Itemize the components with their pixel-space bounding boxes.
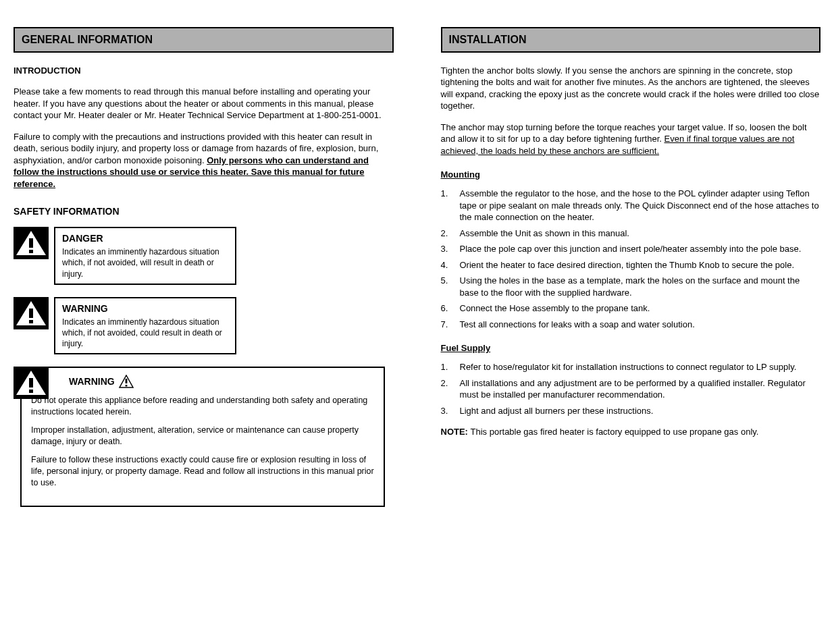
install-p1: Tighten the anchor bolts slowly. If you …: [441, 65, 821, 112]
alert-triangle-icon: [14, 297, 49, 329]
warning-large-p3: Failure to follow these instructions exa…: [31, 454, 374, 489]
item-number: 3.: [441, 243, 453, 255]
list-item: 4.Orient the heater to face desired dire…: [441, 259, 821, 271]
list-item: 1.Assemble the regulator to the hose, an…: [441, 188, 821, 223]
warning-small-row: WARNING Indicates an imminently hazardou…: [14, 297, 394, 354]
svg-rect-7: [29, 320, 33, 323]
svg-rect-13: [125, 379, 127, 383]
svg-rect-10: [29, 378, 33, 387]
note-label: NOTE:: [441, 427, 471, 437]
alert-triangle-icon: [14, 367, 49, 399]
item-text: Using the holes in the base as a templat…: [460, 275, 821, 298]
list-item: 6.Connect the Hose assembly to the propa…: [441, 302, 821, 315]
item-number: 6.: [441, 302, 453, 315]
item-text: Test all connections for leaks with a so…: [460, 319, 695, 331]
danger-box: DANGER Indicates an imminently hazardous…: [54, 227, 236, 284]
warning-large-box: WARNING Do not operate this appliance be…: [20, 367, 385, 507]
list-item: 7.Test all connections for leaks with a …: [441, 319, 821, 331]
warning-small-label: WARNING: [62, 302, 228, 315]
right-column: INSTALLATION Tighten the anchor bolts sl…: [441, 27, 821, 507]
install-p2: The anchor may stop turning before the t…: [441, 122, 821, 157]
list-item: 3.Place the pole cap over this junction …: [441, 243, 821, 255]
item-number: 3.: [441, 405, 453, 417]
warning-large-label-row: WARNING: [31, 375, 374, 388]
danger-row: DANGER Indicates an imminently hazardous…: [14, 227, 394, 284]
item-text: Connect the Hose assembly to the propane…: [460, 302, 650, 315]
item-text: Place the pole cap over this junction an…: [460, 243, 802, 255]
item-text: Light and adjust all burners per these i…: [460, 405, 654, 417]
svg-rect-6: [29, 308, 33, 318]
safety-info-heading: SAFETY INFORMATION: [14, 205, 394, 218]
general-info-header: GENERAL INFORMATION: [14, 27, 394, 53]
alert-triangle-icon: [119, 375, 134, 388]
list-item: 2.All installations and any adjustment a…: [441, 377, 821, 401]
fuel-supply-list: 1.Refer to hose/regulator kit for instal…: [441, 361, 821, 417]
item-number: 5.: [441, 275, 453, 298]
item-text: Assemble the regulator to the hose, and …: [460, 188, 821, 223]
alert-triangle-icon: [14, 227, 49, 259]
item-text: All installations and any adjustment are…: [460, 377, 821, 401]
danger-desc: Indicates an imminently hazardous situat…: [62, 246, 228, 279]
danger-label: DANGER: [62, 232, 228, 245]
svg-rect-11: [29, 390, 33, 393]
item-text: Assemble the Unit as shown in this manua…: [460, 227, 629, 240]
warning-large-p1: Do not operate this appliance before rea…: [31, 395, 374, 418]
list-item: 3.Light and adjust all burners per these…: [441, 405, 821, 417]
svg-rect-14: [125, 385, 127, 387]
item-text: Orient the heater to face desired direct…: [460, 259, 795, 271]
intro-paragraph-1: Please take a few moments to read throug…: [14, 86, 394, 122]
svg-rect-3: [29, 250, 33, 253]
warning-small-desc: Indicates an imminently hazardous situat…: [62, 317, 228, 350]
warning-large-label: WARNING: [69, 375, 115, 388]
fuel-supply-subhead: Fuel Supply: [441, 342, 821, 354]
intro-paragraph-2: Failure to comply with the precautions a…: [14, 131, 394, 190]
page-root: GENERAL INFORMATION INTRODUCTION Please …: [14, 27, 820, 507]
item-number: 1.: [441, 361, 453, 373]
left-column: GENERAL INFORMATION INTRODUCTION Please …: [14, 27, 394, 507]
item-number: 7.: [441, 319, 453, 331]
warning-small-box: WARNING Indicates an imminently hazardou…: [54, 297, 236, 354]
item-text: Refer to hose/regulator kit for installa…: [460, 361, 797, 373]
introduction-heading: INTRODUCTION: [14, 65, 394, 77]
note-text: This portable gas fired heater is factor…: [471, 427, 759, 437]
item-number: 2.: [441, 227, 453, 240]
svg-rect-2: [29, 238, 33, 248]
mounting-list: 1.Assemble the regulator to the hose, an…: [441, 188, 821, 330]
installation-header: INSTALLATION: [441, 27, 821, 53]
note-paragraph: NOTE: This portable gas fired heater is …: [441, 426, 821, 438]
warning-large-p2: Improper installation, adjustment, alter…: [31, 425, 374, 448]
item-number: 2.: [441, 377, 453, 401]
mounting-subhead: Mounting: [441, 169, 821, 181]
list-item: 5.Using the holes in the base as a templ…: [441, 275, 821, 298]
item-number: 4.: [441, 259, 453, 271]
list-item: 2.Assemble the Unit as shown in this man…: [441, 227, 821, 240]
item-number: 1.: [441, 188, 453, 223]
warning-large-wrapper: WARNING Do not operate this appliance be…: [14, 367, 394, 507]
list-item: 1.Refer to hose/regulator kit for instal…: [441, 361, 821, 373]
